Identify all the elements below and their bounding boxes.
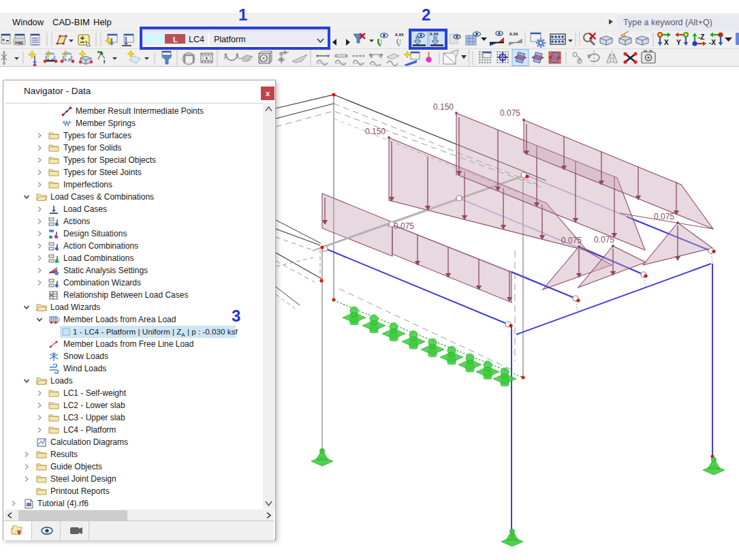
svg-text:0.075: 0.075 — [394, 221, 414, 231]
svg-text:0.075: 0.075 — [654, 212, 674, 221]
svg-text:x.xx: x.xx — [395, 32, 404, 37]
svg-text:0.150: 0.150 — [365, 127, 386, 136]
svg-text:0.075: 0.075 — [594, 235, 614, 245]
svg-text:>sc: >sc — [15, 40, 24, 46]
svg-text:Y: Y — [676, 39, 681, 46]
svg-text:0.150: 0.150 — [433, 102, 454, 112]
svg-text:-Z: -Z — [698, 33, 704, 41]
svg-text:»: » — [2, 37, 5, 42]
svg-text:x.xx: x.xx — [509, 31, 518, 36]
svg-text:0.075: 0.075 — [561, 236, 582, 245]
svg-text:X: X — [664, 39, 669, 46]
svg-text:0.075: 0.075 — [500, 108, 520, 118]
svg-text:I: I — [104, 59, 105, 65]
svg-text:-X: -X — [709, 39, 716, 46]
